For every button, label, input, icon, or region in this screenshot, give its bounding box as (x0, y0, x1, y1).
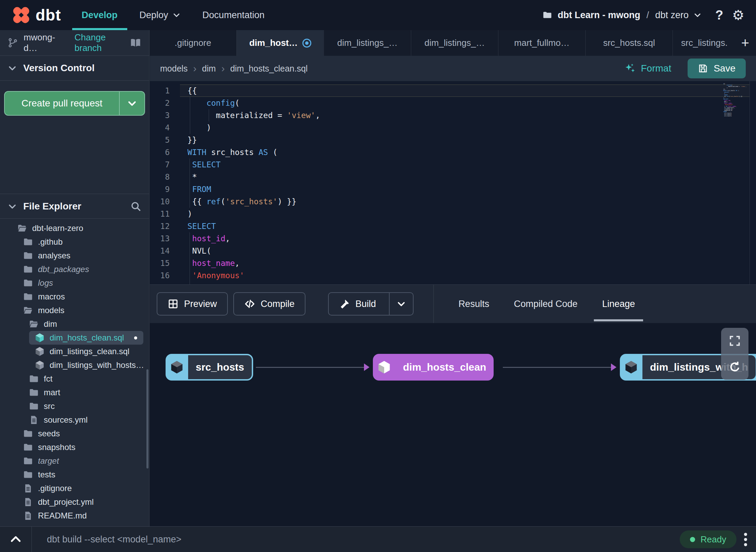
tree-item[interactable]: dim_listings_clean.sql (0, 345, 149, 358)
build-button[interactable]: Build (328, 292, 414, 316)
folder-open-icon (17, 223, 27, 233)
refresh-button[interactable] (727, 359, 743, 375)
build-dropdown-toggle[interactable] (389, 293, 413, 315)
version-control-header[interactable]: Version Control (0, 56, 149, 81)
compile-button[interactable]: Compile (233, 292, 305, 316)
chevron-up-icon[interactable] (9, 532, 23, 546)
tab-results[interactable]: Results (458, 285, 489, 323)
file-icon (23, 483, 33, 493)
tree-item[interactable]: fct (0, 372, 149, 386)
tree-item[interactable]: target (0, 454, 149, 468)
tab-compiled-code[interactable]: Compiled Code (514, 285, 577, 323)
tree-item[interactable]: snapshots (0, 440, 149, 454)
line-number: 5 (150, 134, 180, 146)
search-icon[interactable] (130, 201, 142, 212)
lineage-node[interactable]: dim_hosts_clean (373, 354, 494, 381)
book-icon[interactable] (130, 37, 142, 49)
kebab-menu-icon[interactable] (744, 533, 747, 546)
code-line-content[interactable]: materialized = 'view', (180, 109, 750, 121)
pr-dropdown-toggle[interactable] (120, 92, 144, 115)
help-icon[interactable]: ? (715, 8, 723, 23)
folder-icon (23, 237, 33, 247)
tree-item[interactable]: macros (0, 290, 149, 304)
lineage-panel[interactable]: src_hostsdim_hosts_cleandim_listings_wit… (150, 323, 756, 526)
code-line-content[interactable]: SELECT (180, 220, 750, 232)
code-line-content[interactable]: WITH src_hosts AS ( (180, 146, 750, 158)
line-number: 12 (150, 220, 180, 232)
code-line-content[interactable]: host_id, (180, 232, 750, 245)
code-line-content[interactable]: 'Anonymous' (180, 269, 750, 282)
code-line-content[interactable]: }} (180, 134, 750, 146)
preview-button[interactable]: Preview (157, 292, 228, 316)
editor-tab[interactable]: dim_listings_… (324, 30, 411, 56)
tree-item[interactable]: .gitignore (0, 482, 149, 495)
nav-documentation[interactable]: Documentation (203, 0, 265, 30)
code-line-content[interactable]: ) AS host_name, (180, 282, 750, 284)
file-icon (23, 511, 33, 521)
unsaved-indicator-icon[interactable] (302, 39, 311, 48)
tree-item[interactable]: sources.yml (0, 413, 149, 427)
file-explorer-header[interactable]: File Explorer (0, 194, 149, 219)
tree-item[interactable]: models (0, 304, 149, 317)
editor-tab[interactable]: mart_fullmo… (498, 30, 586, 56)
tree-item[interactable]: dim_hosts_clean.sql (29, 331, 143, 345)
breadcrumb-file[interactable]: dim_hosts_clean.sql (230, 64, 308, 74)
command-bar: dbt build --select <model_name> Ready (0, 526, 756, 552)
nav-deploy[interactable]: Deploy (140, 0, 181, 30)
change-branch-link[interactable]: Change branch (75, 32, 130, 53)
tree-item[interactable]: README.md (0, 509, 149, 523)
code-line-content[interactable]: config( (180, 97, 750, 109)
tree-item[interactable]: dbt_project.yml (0, 495, 149, 509)
editor-tab[interactable]: dim_host… (237, 30, 324, 56)
editor-tab[interactable]: src_listings. (673, 30, 736, 56)
save-button[interactable]: Save (688, 59, 746, 78)
tree-item[interactable]: src (0, 399, 149, 413)
scrollbar-thumb[interactable] (146, 369, 148, 468)
editor-tab[interactable]: .gitignore (149, 30, 237, 56)
tree-item[interactable]: dim (0, 317, 149, 331)
code-icon (244, 298, 255, 309)
file-tree: dbt-learn-zero.githubanalysesdbt_package… (0, 219, 149, 526)
editor-tab[interactable]: src_hosts.sql (586, 30, 673, 56)
code-line-content[interactable]: host_name, (180, 257, 750, 269)
nav-develop[interactable]: Develop (82, 0, 118, 30)
tab-lineage[interactable]: Lineage (602, 285, 635, 323)
gear-icon[interactable]: ⚙ (732, 8, 744, 22)
format-button[interactable]: Format (624, 63, 671, 74)
tree-item[interactable]: .github (0, 235, 149, 249)
tree-item[interactable]: dim_listings_with_hosts… (0, 358, 149, 372)
breadcrumb-dim[interactable]: dim (202, 64, 216, 74)
tree-item[interactable]: analyses (0, 249, 149, 262)
new-tab-button[interactable]: + (736, 30, 755, 56)
command-input[interactable]: dbt build --select <model_name> (47, 534, 181, 545)
code-line-content[interactable]: ) (180, 121, 750, 134)
lineage-node[interactable]: src_hosts (166, 354, 253, 381)
dbt-logo-icon (10, 4, 32, 26)
create-pull-request-button[interactable]: Create pull request (4, 91, 145, 116)
editor-minimap[interactable]: {{ config( materialized = 'view', )}}WIT… (724, 83, 746, 117)
project-selector[interactable]: dbt Learn - mwong / dbt zero (542, 10, 702, 21)
tree-item[interactable]: dbt-learn-zero (0, 221, 149, 235)
editor-tab[interactable]: dim_listings_… (411, 30, 498, 56)
tree-item-label: fct (44, 374, 52, 384)
code-line-content[interactable]: FROM (180, 183, 750, 195)
code-line-content[interactable]: SELECT (180, 158, 750, 171)
breadcrumb-models[interactable]: models (160, 64, 188, 74)
dbt-logo[interactable]: dbt (10, 4, 61, 26)
tree-item[interactable]: seeds (0, 427, 149, 440)
folder-icon (29, 387, 39, 398)
code-line-content[interactable]: {{ (180, 85, 750, 97)
tree-item-label: snapshots (38, 442, 75, 452)
code-line-content[interactable]: NVL( (180, 245, 750, 257)
tree-item[interactable]: dbt_packages (0, 262, 149, 276)
tree-item[interactable]: tests (0, 468, 149, 482)
fullscreen-button[interactable] (727, 333, 743, 349)
tree-item[interactable]: logs (0, 276, 149, 290)
code-line-content[interactable]: {{ ref('src_hosts') }} (180, 195, 750, 208)
code-editor[interactable]: 1{{2 config(3 materialized = 'view',4 )5… (150, 81, 756, 284)
code-line-content[interactable]: * (180, 171, 750, 183)
lineage-node-label: src_hosts (188, 355, 252, 379)
tree-item-label: dim (44, 319, 57, 329)
code-line-content[interactable]: ) (180, 208, 750, 220)
tree-item[interactable]: mart (0, 386, 149, 399)
